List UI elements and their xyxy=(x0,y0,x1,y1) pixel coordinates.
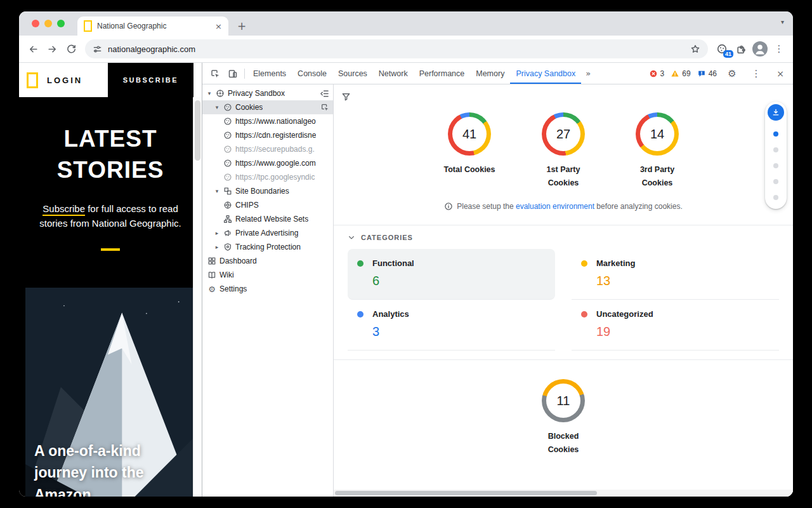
rail-step-dot[interactable] xyxy=(773,195,778,200)
privacy-sandbox-main: 41 Total Cookies 27 1st Party Cookies xyxy=(334,84,793,497)
minimize-window-button[interactable] xyxy=(44,20,52,27)
tab-performance[interactable]: Performance xyxy=(414,64,471,84)
sidebar-item-settings[interactable]: ⚙ Settings xyxy=(202,282,333,296)
tab-privacy-sandbox[interactable]: Privacy Sandbox xyxy=(510,64,581,84)
inspect-frame-button[interactable] xyxy=(320,103,333,112)
tab-sources[interactable]: Sources xyxy=(332,64,373,84)
browser-tab[interactable]: National Geographic × xyxy=(77,17,228,36)
third-party-cookies-value: 14 xyxy=(640,117,674,151)
privacy-extension-button[interactable]: 41 xyxy=(713,40,731,58)
warning-count: 69 xyxy=(682,69,690,78)
rail-step-dot[interactable] xyxy=(773,179,778,184)
issues-counter[interactable]: 46 xyxy=(697,69,717,78)
filter-funnel-icon[interactable] xyxy=(341,92,351,102)
address-bar[interactable]: nationalgeographic.com xyxy=(85,39,708,58)
sidebar-item-cookie-origin[interactable]: https://www.nationalgeo xyxy=(202,114,333,128)
reload-button[interactable] xyxy=(62,40,80,58)
profile-button[interactable] xyxy=(751,40,769,58)
rail-step-dot[interactable] xyxy=(773,147,778,152)
sidebar-item-cookie-origin[interactable]: https://www.google.com xyxy=(202,156,333,170)
sidebar-label: CHIPS xyxy=(235,201,259,210)
filter-row xyxy=(334,84,793,105)
sidebar-label: https://www.google.com xyxy=(235,159,316,168)
browser-menu-button[interactable]: ⋮ xyxy=(770,40,788,58)
devtools-menu-button[interactable]: ⋮ xyxy=(747,65,765,82)
sidebar-item-chips[interactable]: CHIPS xyxy=(202,198,333,212)
info-suffix: before analyzing cookies. xyxy=(594,202,683,211)
category-functional[interactable]: Functional 6 xyxy=(348,249,555,300)
sidebar-item-private-advertising[interactable]: ▸ Private Advertising xyxy=(202,226,333,240)
cookie-summary-row: 41 Total Cookies 27 1st Party Cookies xyxy=(334,112,793,189)
new-tab-button[interactable]: + xyxy=(237,21,246,32)
caret-right-icon[interactable]: ▸ xyxy=(214,244,220,250)
cookie-icon xyxy=(223,145,232,154)
caret-down-icon[interactable]: ▾ xyxy=(206,90,213,97)
sidebar-item-cookie-origin[interactable]: https://cdn.registerdisne xyxy=(202,128,333,142)
site-body: LATEST STORIES Subscribe for full access… xyxy=(19,97,202,497)
tab-close-icon[interactable]: × xyxy=(215,22,222,31)
blocked-cookies-section: 11 Blocked Cookies xyxy=(334,359,793,456)
sidebar-item-cookies[interactable]: ▾ Cookies xyxy=(202,100,333,114)
tab-network[interactable]: Network xyxy=(373,64,414,84)
close-window-button[interactable] xyxy=(32,20,39,27)
caret-right-icon[interactable]: ▸ xyxy=(214,230,220,236)
devtools-close-button[interactable]: × xyxy=(771,65,789,82)
rail-step-dot-active[interactable] xyxy=(773,131,778,137)
dashboard-grid-icon xyxy=(207,257,216,265)
collapse-sidebar-button[interactable] xyxy=(320,89,333,98)
sidebar-item-site-boundaries[interactable]: ▾ Site Boundaries xyxy=(202,184,333,198)
category-analytics[interactable]: Analytics 3 xyxy=(348,300,555,351)
evaluation-environment-link[interactable]: evaluation environment xyxy=(516,202,594,211)
natgeo-logo[interactable] xyxy=(27,72,38,88)
forward-button[interactable] xyxy=(43,40,61,58)
reload-icon xyxy=(66,44,77,55)
page-scrollbar-thumb[interactable] xyxy=(195,100,200,161)
devtools-panel: Elements Console Sources Network Perform… xyxy=(202,63,793,497)
sidebar-item-related-website-sets[interactable]: Related Website Sets xyxy=(202,212,333,226)
sidebar-item-wiki[interactable]: Wiki xyxy=(202,268,333,282)
categories-header[interactable]: CATEGORIES xyxy=(334,225,793,246)
sidebar-item-privacy-sandbox[interactable]: ▾ Privacy Sandbox xyxy=(202,86,333,100)
cookie-icon xyxy=(223,117,232,126)
sidebar-item-dashboard[interactable]: Dashboard xyxy=(202,254,333,268)
sidebar-item-tracking-protection[interactable]: ▸ Tracking Protection xyxy=(202,240,333,254)
cookie-icon xyxy=(223,173,232,182)
tab-memory[interactable]: Memory xyxy=(470,64,510,84)
error-counter[interactable]: 3 xyxy=(649,69,665,78)
third-party-cookies-donut: 14 xyxy=(636,112,679,156)
caret-down-icon[interactable]: ▾ xyxy=(214,104,220,110)
inspect-element-button[interactable] xyxy=(206,65,224,82)
puzzle-icon xyxy=(736,44,747,55)
sidebar-label: Dashboard xyxy=(219,257,257,265)
category-uncategorized[interactable]: Uncategorized 19 xyxy=(572,300,779,351)
warning-counter[interactable]: 69 xyxy=(671,69,690,78)
more-tabs-button[interactable]: » xyxy=(581,69,595,78)
device-toolbar-button[interactable] xyxy=(224,65,242,82)
privacy-sandbox-sidebar: ▾ Privacy Sandbox ▾ Cookies xyxy=(202,84,334,497)
issues-icon xyxy=(697,69,706,78)
tab-strip-chevron-icon[interactable]: ▾ xyxy=(781,18,784,25)
subscribe-text-link[interactable]: Subscribe xyxy=(43,203,85,216)
category-marketing[interactable]: Marketing 13 xyxy=(572,249,779,300)
subscribe-button[interactable]: SUBSCRIBE xyxy=(108,63,193,97)
back-button[interactable] xyxy=(24,40,42,58)
total-cookies-label: Total Cookies xyxy=(443,163,495,177)
sidebar-item-cookie-origin[interactable]: https://securepubads.g. xyxy=(202,142,333,156)
rail-step-dot[interactable] xyxy=(773,163,778,168)
site-settings-tune-icon[interactable] xyxy=(93,44,102,54)
page-scrollbar[interactable] xyxy=(193,97,202,497)
extensions-button[interactable] xyxy=(732,40,750,58)
download-report-button[interactable] xyxy=(768,104,784,121)
bookmark-star-icon[interactable] xyxy=(690,44,700,54)
caret-down-icon[interactable]: ▾ xyxy=(214,188,220,194)
horizontal-scrollbar-thumb[interactable] xyxy=(335,491,597,495)
devtools-settings-button[interactable]: ⚙ xyxy=(723,65,741,82)
zoom-window-button[interactable] xyxy=(57,20,65,27)
tab-console[interactable]: Console xyxy=(292,64,332,84)
horizontal-scrollbar[interactable] xyxy=(334,490,793,497)
devtools-body: ▾ Privacy Sandbox ▾ Cookies xyxy=(202,84,793,497)
info-text: Please setup the evaluation environment … xyxy=(457,202,683,211)
login-link[interactable]: LOGIN xyxy=(47,76,82,85)
tab-elements[interactable]: Elements xyxy=(247,64,292,84)
sidebar-item-cookie-origin[interactable]: https://tpc.googlesyndic xyxy=(202,170,333,184)
